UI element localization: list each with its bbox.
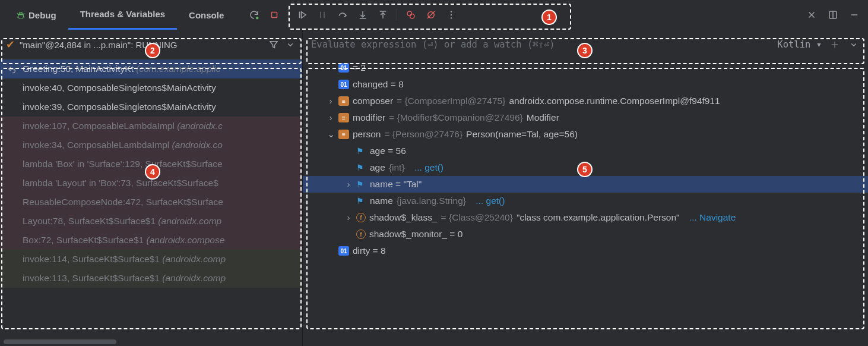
variable-row[interactable]: ▸01 = 2	[303, 59, 868, 76]
check-icon: ✔	[6, 38, 15, 51]
variable-row[interactable]: ▸⚑ age = 56	[303, 143, 868, 159]
property-icon: ⚑	[356, 163, 364, 172]
tab-threads-label: Threads & Variables	[80, 9, 165, 19]
frame-row[interactable]: invoke:113, SurfaceKt$Surface$1 (android…	[0, 269, 302, 288]
svg-point-3	[410, 14, 415, 19]
get-link[interactable]: ... get()	[414, 162, 443, 173]
window-controls	[803, 6, 863, 24]
language-label[interactable]: Kotlin ▾	[777, 39, 822, 50]
frame-row[interactable]: Layout:78, SurfaceKt$Surface$1 (androidx…	[0, 212, 302, 231]
property-icon: ⚑	[356, 146, 364, 156]
int-icon: 01	[338, 246, 349, 256]
svg-point-6	[451, 14, 452, 15]
evaluate-placeholder: Evaluate expression (⏎) or add a watch (…	[311, 39, 555, 50]
resume-button[interactable]	[293, 6, 311, 24]
more-button[interactable]	[442, 6, 460, 24]
tab-console[interactable]: Console	[177, 0, 236, 30]
variable-row[interactable]: ›⚑ name = "Tal"	[303, 176, 868, 193]
variables-pane: Evaluate expression (⏎) or add a watch (…	[303, 30, 868, 346]
variable-row[interactable]: ▸01 dirty = 8	[303, 243, 868, 259]
filter-icon[interactable]	[267, 37, 281, 52]
callout-5: 5	[577, 162, 593, 177]
close-panel-button[interactable]	[803, 6, 821, 24]
bug-icon	[17, 11, 25, 19]
tab-threads-variables[interactable]: Threads & Variables	[68, 0, 177, 30]
callout-3: 3	[577, 43, 593, 58]
variable-row[interactable]: ›≡ modifier = {Modifier$Companion@27496}…	[303, 109, 868, 126]
int-icon: 01	[338, 63, 349, 73]
get-link[interactable]: ... get()	[476, 196, 505, 206]
minimize-button[interactable]	[845, 6, 863, 24]
svg-point-2	[407, 11, 412, 16]
frames-list[interactable]: Greeting:50, MainActivityKt (com.example…	[0, 59, 302, 346]
chevron-down-icon[interactable]	[284, 37, 296, 52]
tab-debug-label: Debug	[28, 10, 56, 20]
debug-toolbar	[242, 4, 464, 26]
variable-row[interactable]: ▸01 changed = 8	[303, 76, 868, 93]
svg-point-5	[451, 11, 452, 12]
frame-row[interactable]: Box:72, SurfaceKt$Surface$1 (androidx.co…	[0, 231, 302, 250]
object-icon: ≡	[338, 113, 349, 122]
frame-row[interactable]: invoke:39, ComposableSingletons$MainActi…	[0, 97, 302, 117]
expand-icon[interactable]: ›	[327, 112, 335, 123]
pause-button[interactable]	[313, 6, 331, 24]
frame-row[interactable]: ReusableComposeNode:472, SurfaceKt$Surfa…	[0, 193, 302, 212]
step-over-button[interactable]	[334, 6, 351, 24]
chevron-down-icon[interactable]	[848, 37, 860, 52]
stop-button[interactable]	[265, 6, 283, 24]
callout-1: 1	[541, 10, 557, 25]
property-icon: ⚑	[356, 180, 364, 189]
variable-row[interactable]: ▸f shadow$_monitor_ = 0	[303, 226, 868, 243]
view-breakpoints-button[interactable]	[402, 6, 420, 24]
variable-row[interactable]: ›f shadow$_klass_ = {Class@25240} "class…	[303, 209, 868, 226]
add-watch-icon[interactable]	[828, 37, 842, 52]
expand-icon[interactable]: ›	[344, 212, 353, 223]
field-icon: f	[356, 213, 366, 222]
collapse-icon[interactable]: ⌄	[327, 129, 335, 140]
step-out-button[interactable]	[374, 6, 392, 24]
rerun-button[interactable]	[245, 6, 263, 24]
variable-row[interactable]: ⌄≡ person = {Person@27476} Person(name=T…	[303, 126, 868, 143]
callout-4: 4	[145, 164, 160, 180]
frame-row[interactable]: Greeting:50, MainActivityKt (com.example…	[0, 59, 302, 78]
debug-top-bar: Debug Threads & Variables Console	[0, 0, 868, 30]
variable-row[interactable]: ▸⚑ name {java.lang.String} ... get()	[303, 193, 868, 209]
layout-button[interactable]	[824, 6, 842, 24]
return-icon	[7, 65, 17, 75]
expand-icon[interactable]: ›	[327, 96, 335, 106]
expand-icon[interactable]: ›	[344, 179, 353, 190]
field-icon: f	[356, 229, 366, 239]
svg-point-0	[256, 17, 259, 20]
frame-row[interactable]: invoke:107, ComposableLambdaImpl (androi…	[0, 117, 302, 136]
variables-tree[interactable]: ▸01 = 2 ▸01 changed = 8 ›≡ composer = {C…	[303, 59, 868, 346]
property-icon: ⚑	[356, 196, 364, 206]
frame-row[interactable]: invoke:114, SurfaceKt$Surface$1 (android…	[0, 250, 302, 269]
frame-row[interactable]: invoke:34, ComposableLambdaImpl (android…	[0, 136, 302, 155]
horizontal-scrollbar[interactable]	[4, 339, 116, 344]
object-icon: ≡	[338, 130, 349, 139]
navigate-link[interactable]: ... Navigate	[689, 212, 736, 223]
frames-pane: ✔ "main"@24,884 in ...p.main": RUNNING G…	[0, 30, 303, 346]
step-into-button[interactable]	[354, 6, 372, 24]
mute-breakpoints-button[interactable]	[422, 6, 440, 24]
frame-row[interactable]: invoke:40, ComposableSingletons$MainActi…	[0, 78, 302, 97]
tab-debug[interactable]: Debug	[5, 0, 68, 30]
variable-row[interactable]: ›≡ composer = {ComposerImpl@27475} andro…	[303, 93, 868, 109]
tab-console-label: Console	[189, 10, 224, 20]
svg-rect-1	[272, 12, 277, 18]
svg-point-7	[451, 17, 452, 18]
callout-2: 2	[145, 43, 160, 58]
object-icon: ≡	[338, 96, 349, 106]
int-icon: 01	[338, 80, 349, 89]
